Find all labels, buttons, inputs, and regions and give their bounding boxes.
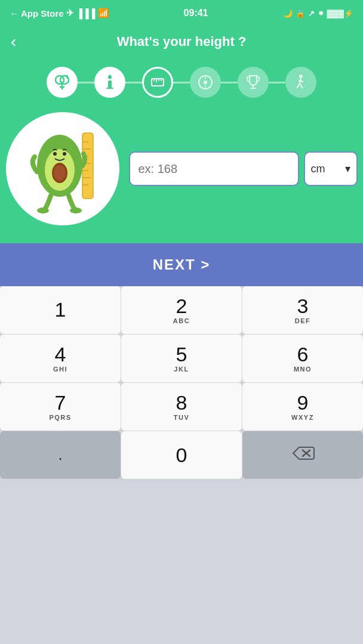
status-bar: ← App Store ✈ ▐▐▐ 📶 09:41 🌙 🔒 ↗ ⁕ ▓▓▓⚡ (0, 0, 363, 26)
step-line-1 (78, 82, 94, 83)
step-line-5 (269, 82, 285, 83)
key-5[interactable]: 5 JKL (121, 335, 242, 382)
svg-point-40 (70, 208, 82, 213)
status-left: ← App Store ✈ ▐▐▐ 📶 (10, 8, 109, 18)
height-input[interactable] (129, 151, 299, 186)
back-button[interactable]: ‹ (11, 33, 16, 50)
progress-steps (47, 67, 316, 98)
svg-line-22 (297, 83, 300, 88)
key-row-4: . 0 (0, 431, 363, 479)
bluetooth-icon: ⁕ (318, 9, 324, 18)
unit-selector[interactable]: cm ▾ (304, 151, 358, 186)
signal-icon: ▐▐▐ (76, 8, 96, 18)
header: ‹ What's your height ? (0, 26, 363, 57)
key-delete[interactable] (242, 431, 363, 479)
status-right: 🌙 🔒 ↗ ⁕ ▓▓▓⚡ (283, 9, 353, 18)
step-line-2 (125, 82, 142, 83)
key-row-2: 4 GHI 5 JKL 6 MNO (0, 335, 363, 382)
svg-line-23 (300, 83, 303, 88)
unit-label: cm (311, 163, 325, 175)
key-9[interactable]: 9 WXYZ (242, 383, 363, 431)
carrier-icon: ← (10, 8, 19, 18)
svg-point-15 (204, 80, 207, 84)
key-row-3: 7 PQRS 8 TUV 9 WXYZ (0, 383, 363, 431)
step-line-4 (221, 82, 238, 83)
chevron-down-icon: ▾ (345, 162, 350, 175)
location-icon: ↗ (308, 9, 315, 18)
step-3-current (142, 67, 173, 98)
battery-icon: ▓▓▓⚡ (327, 9, 353, 18)
key-7[interactable]: 7 PQRS (0, 383, 121, 431)
carrier-label: App Store (21, 8, 64, 18)
content-row: cm ▾ (0, 112, 363, 225)
svg-point-20 (299, 75, 303, 78)
step-5 (238, 67, 269, 98)
wifi-icon: 📶 (98, 8, 109, 18)
step-6 (285, 67, 316, 98)
keyboard: 1 2 ABC 3 DEF 4 GHI 5 JKL 6 MNO 7 PQRS (0, 286, 363, 479)
key-6[interactable]: 6 MNO (242, 335, 363, 382)
svg-rect-7 (108, 80, 112, 89)
input-group: cm ▾ (129, 151, 358, 186)
avocado-illustration (6, 112, 119, 225)
status-time: 09:41 (184, 8, 208, 18)
page-title: What's your height ? (117, 34, 247, 49)
step-line-3 (173, 82, 190, 83)
main-area: cm ▾ (0, 57, 363, 243)
key-8[interactable]: 8 TUV (121, 383, 242, 431)
svg-point-37 (53, 152, 57, 156)
svg-rect-9 (152, 79, 164, 86)
key-4[interactable]: 4 GHI (0, 335, 121, 382)
key-0[interactable]: 0 (121, 431, 242, 479)
delete-icon (291, 445, 315, 466)
svg-point-38 (63, 152, 66, 156)
moon-icon: 🌙 (283, 9, 293, 18)
svg-point-36 (54, 165, 66, 181)
key-dot[interactable]: . (0, 431, 121, 479)
svg-point-39 (37, 208, 49, 213)
next-button[interactable]: NEXT > (0, 243, 363, 286)
airplane-icon: ✈ (66, 8, 74, 18)
step-4 (190, 67, 221, 98)
svg-point-6 (108, 75, 112, 79)
next-label: NEXT > (153, 256, 211, 273)
lock-icon: 🔒 (296, 9, 305, 18)
step-2 (94, 67, 125, 98)
key-2[interactable]: 2 ABC (121, 286, 242, 334)
key-row-1: 1 2 ABC 3 DEF (0, 286, 363, 334)
key-3[interactable]: 3 DEF (242, 286, 363, 334)
key-1[interactable]: 1 (0, 286, 121, 334)
svg-line-24 (299, 80, 303, 82)
svg-rect-8 (106, 88, 113, 89)
step-1 (47, 67, 78, 98)
